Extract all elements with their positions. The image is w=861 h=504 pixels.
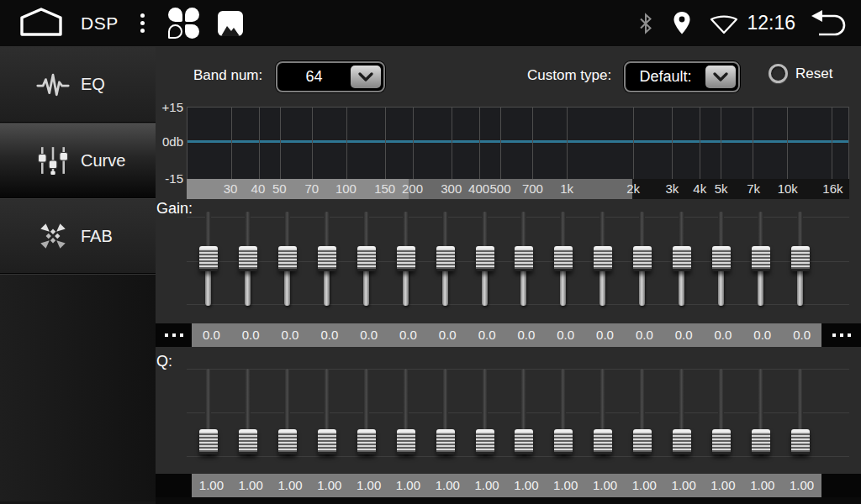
apps-clover-icon[interactable] <box>168 8 199 39</box>
q-slider[interactable] <box>357 365 377 459</box>
reset-button[interactable]: Reset <box>769 64 832 83</box>
slider-thumb[interactable] <box>673 429 691 454</box>
slider-thumb[interactable] <box>554 246 573 271</box>
home-icon[interactable] <box>18 6 64 41</box>
q-slider[interactable] <box>672 365 692 459</box>
band-value: 0.0 <box>467 323 507 347</box>
slider-thumb[interactable] <box>476 246 494 271</box>
freq-tick-label: 50 <box>272 179 287 199</box>
location-icon[interactable] <box>673 11 691 35</box>
slider-thumb[interactable] <box>594 429 612 454</box>
q-slider[interactable] <box>632 365 652 459</box>
gain-slider[interactable] <box>475 208 495 311</box>
slider-thumb[interactable] <box>239 246 257 271</box>
grid-line <box>280 108 281 179</box>
gain-slider[interactable] <box>198 208 219 311</box>
gain-slider[interactable] <box>238 208 258 311</box>
gain-slider[interactable] <box>553 208 573 311</box>
freq-tick-label: 1k <box>560 179 573 199</box>
gallery-icon[interactable] <box>218 11 243 36</box>
freq-tick-label: 400 <box>468 179 489 199</box>
gain-slider[interactable] <box>593 208 613 311</box>
q-slider[interactable] <box>436 365 456 459</box>
q-slider[interactable] <box>711 365 732 459</box>
slider-thumb[interactable] <box>633 246 652 271</box>
chevron-down-icon[interactable] <box>351 66 381 88</box>
grid-line <box>753 108 753 179</box>
slider-thumb[interactable] <box>554 429 573 454</box>
slider-thumb[interactable] <box>752 429 770 454</box>
slider-thumb[interactable] <box>476 429 494 454</box>
slider-thumb[interactable] <box>791 246 810 271</box>
sidebar-empty <box>0 274 156 501</box>
gain-slider[interactable] <box>357 208 377 311</box>
slider-thumb[interactable] <box>515 246 533 271</box>
slider-thumb[interactable] <box>436 429 455 454</box>
slider-thumb[interactable] <box>752 246 770 271</box>
band-num-select[interactable]: 64 <box>276 61 385 92</box>
gain-slider[interactable] <box>317 208 337 311</box>
grid-line <box>832 108 832 179</box>
gain-slider[interactable] <box>277 208 298 311</box>
q-slider[interactable] <box>277 365 298 459</box>
custom-type-select[interactable]: Default: <box>624 61 740 92</box>
value-strip: 0.00.00.00.00.00.00.00.00.00.00.00.00.00… <box>192 323 821 347</box>
slider-thumb[interactable] <box>199 246 218 271</box>
slider-thumb[interactable] <box>436 246 455 271</box>
wifi-icon[interactable] <box>710 12 738 34</box>
slider-thumb[interactable] <box>278 246 297 271</box>
gain-slider[interactable] <box>711 208 732 311</box>
slider-thumb[interactable] <box>673 246 691 271</box>
sidebar-item-eq[interactable]: EQ <box>0 47 156 123</box>
slider-thumb[interactable] <box>318 429 336 454</box>
gain-slider[interactable] <box>751 208 771 311</box>
axis-label-plus15: +15 <box>156 100 183 114</box>
slider-thumb[interactable] <box>397 429 415 454</box>
gain-slider[interactable] <box>436 208 456 311</box>
q-slider[interactable] <box>396 365 416 459</box>
slider-thumb[interactable] <box>712 429 731 454</box>
q-values-row: 1.001.001.001.001.001.001.001.001.001.00… <box>156 474 861 497</box>
q-slider[interactable] <box>238 365 258 459</box>
eq-curve-graph[interactable] <box>187 107 849 179</box>
back-icon[interactable] <box>807 8 848 39</box>
chevron-down-icon[interactable] <box>705 66 736 88</box>
slider-thumb[interactable] <box>357 429 376 454</box>
slider-thumb[interactable] <box>318 246 336 271</box>
freq-tick-label: 30 <box>224 179 238 199</box>
grid-line <box>479 108 480 179</box>
slider-thumb[interactable] <box>278 429 297 454</box>
gain-slider[interactable] <box>632 208 652 311</box>
overflow-menu-icon[interactable] <box>137 10 148 36</box>
slider-thumb[interactable] <box>239 429 257 454</box>
slider-thumb[interactable] <box>357 246 376 271</box>
q-slider[interactable] <box>514 365 534 459</box>
q-slider[interactable] <box>751 365 771 459</box>
band-value: 1.00 <box>349 474 388 497</box>
slider-thumb[interactable] <box>515 429 533 454</box>
q-slider[interactable] <box>553 365 573 459</box>
gain-slider[interactable] <box>790 208 811 311</box>
slider-thumb[interactable] <box>397 246 415 271</box>
slider-thumb[interactable] <box>712 246 731 271</box>
q-slider[interactable] <box>790 365 811 459</box>
q-slider[interactable] <box>198 365 219 459</box>
slider-thumb[interactable] <box>633 429 652 454</box>
gain-slider[interactable] <box>514 208 534 311</box>
sidebar-item-fab[interactable]: FAB <box>0 198 156 274</box>
bluetooth-icon[interactable] <box>637 12 654 35</box>
q-slider[interactable] <box>475 365 495 459</box>
band-value: 1.00 <box>428 474 467 497</box>
q-slider[interactable] <box>593 365 613 459</box>
q-slider[interactable] <box>317 365 337 459</box>
gain-slider[interactable] <box>672 208 692 311</box>
slider-thumb[interactable] <box>199 429 218 454</box>
more-bands-right-button[interactable] <box>821 323 861 347</box>
more-bands-left-button[interactable] <box>156 323 192 347</box>
band-row-end <box>821 474 861 497</box>
sidebar-item-curve[interactable]: Curve <box>0 123 156 198</box>
slider-thumb[interactable] <box>791 429 810 454</box>
slider-thumb[interactable] <box>594 246 612 271</box>
band-value: 1.00 <box>546 474 585 497</box>
gain-slider[interactable] <box>396 208 416 311</box>
